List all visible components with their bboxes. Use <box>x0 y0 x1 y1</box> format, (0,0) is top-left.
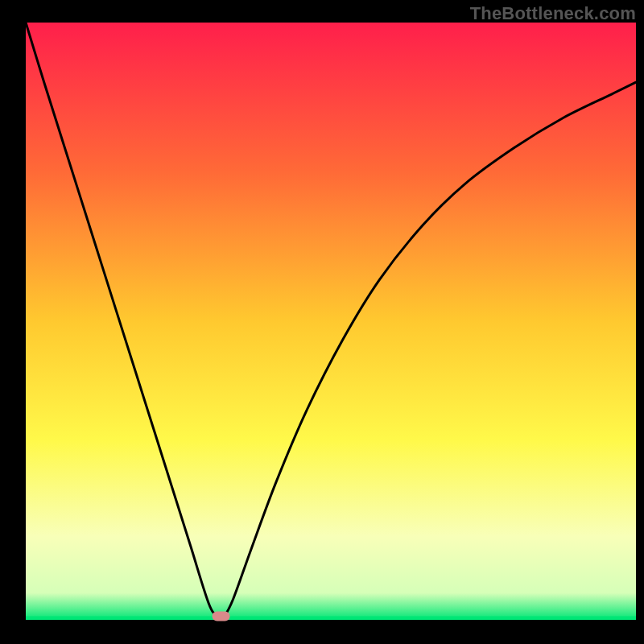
plot-background <box>26 23 636 620</box>
green-baseline-band <box>26 617 636 620</box>
chart-frame: TheBottleneck.com <box>0 0 644 644</box>
chart-svg <box>0 0 644 644</box>
watermark-text: TheBottleneck.com <box>470 3 636 24</box>
minimum-marker <box>213 612 230 621</box>
